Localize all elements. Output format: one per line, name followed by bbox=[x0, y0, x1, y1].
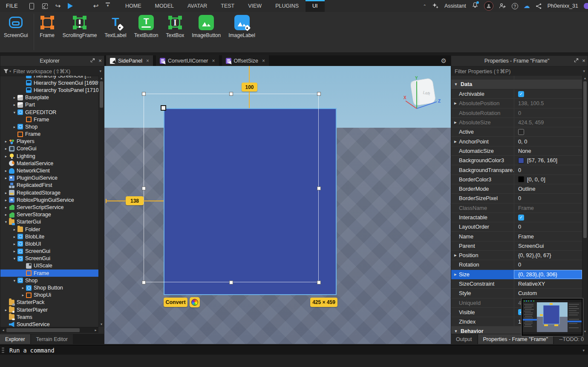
tree-item-screengui[interactable]: ▾ ScreenGui bbox=[0, 255, 98, 262]
tree-item-hierarchy-screengui[interactable]: Hierarchy ScreenGui [… bbox=[0, 76, 98, 79]
doc-tab-convertuicorner[interactable]: ConvertUICorner× bbox=[156, 55, 219, 66]
undock-panel-icon[interactable] bbox=[89, 56, 96, 66]
property-row-bordersizepixel[interactable]: BorderSizePixel 0 bbox=[451, 194, 582, 203]
checkbox-checked[interactable]: ✓ bbox=[518, 91, 524, 97]
menu-tab-test[interactable]: TEST bbox=[214, 0, 241, 12]
view-cube[interactable]: Left Y X Z bbox=[403, 75, 443, 115]
tree-item-materialservice[interactable]: MaterialService bbox=[0, 160, 98, 167]
collapse-ribbon-icon[interactable]: ⌃ bbox=[423, 4, 427, 9]
expand-arrow[interactable]: ▾ bbox=[12, 256, 17, 261]
doc-tab-sidepanel[interactable]: SidePanel× bbox=[106, 55, 153, 66]
tool-imagelabel[interactable]: ImageLabel bbox=[225, 12, 259, 38]
tree-item-hierarchy-toolspanel-17[interactable]: Hierarchy ToolsPanel [17100129 bbox=[0, 86, 98, 94]
expand-arrow[interactable]: ▸ bbox=[3, 169, 9, 173]
property-row-automaticsize[interactable]: AutomaticSize None bbox=[451, 146, 582, 156]
property-row-name[interactable]: Name Frame bbox=[451, 232, 582, 241]
tree-item-coregui[interactable]: ▸ CoreGui bbox=[0, 145, 98, 152]
expand-arrow[interactable]: ▶ bbox=[451, 120, 459, 124]
expand-arrow[interactable]: ▸ bbox=[3, 146, 9, 151]
property-row-absoluteposition[interactable]: ▶ AbsolutePosition 138, 100.5 bbox=[451, 99, 582, 108]
tool-textlabel[interactable]: TTextLabel bbox=[101, 12, 130, 38]
drag-grip-icon[interactable] bbox=[2, 347, 4, 354]
tool-screengui[interactable]: ScreenGui bbox=[0, 12, 32, 38]
expand-arrow[interactable]: ▾ bbox=[3, 220, 9, 224]
anchor-point-handle[interactable] bbox=[161, 105, 166, 111]
property-value[interactable]: ✓ bbox=[514, 213, 582, 222]
close-tab-icon[interactable]: × bbox=[212, 58, 215, 64]
tree-item-soundservice[interactable]: SoundService bbox=[0, 321, 98, 327]
tree-item-blobui[interactable]: ▸ BlobUI bbox=[0, 240, 98, 247]
dock-tab-explorer[interactable]: Explorer bbox=[0, 334, 30, 344]
properties-filter-placeholder[interactable]: Filter Properties (⇧⌘P) bbox=[451, 68, 580, 75]
menu-tab-plugins[interactable]: PLUGINS bbox=[268, 0, 306, 12]
tree-item-uiscale[interactable]: UIScale bbox=[0, 262, 98, 270]
property-value[interactable]: 138, 100.5 bbox=[514, 99, 582, 108]
property-value[interactable]: ScreenGui bbox=[514, 241, 582, 250]
undo-icon[interactable]: ↩ bbox=[92, 3, 99, 9]
resize-handle-top-left[interactable] bbox=[142, 92, 146, 96]
close-tab-icon[interactable]: × bbox=[262, 58, 265, 64]
tool-scrollingframe[interactable]: ScrollingFrame bbox=[59, 12, 101, 38]
property-row-interactable[interactable]: Interactable ✓ bbox=[451, 213, 582, 222]
property-row-anchorpoint[interactable]: ▶ AnchorPoint 0, 0 bbox=[451, 137, 582, 146]
property-row-backgroundcolor3[interactable]: BackgroundColor3 [57, 76, 160] bbox=[451, 156, 582, 165]
property-row-classname[interactable]: ClassName Frame bbox=[451, 204, 582, 213]
viewport-3d[interactable]: 100 138 Convert 425 × 459 Left Y X Z bbox=[104, 66, 451, 344]
tree-item-part[interactable]: ▸ Part bbox=[0, 101, 98, 109]
tree-item-folder[interactable]: ▸ Folder bbox=[0, 226, 98, 233]
property-value[interactable] bbox=[514, 127, 582, 136]
dock-tab-terrain-editor[interactable]: Terrain Editor bbox=[31, 334, 73, 344]
expand-arrow[interactable]: ▸ bbox=[3, 139, 9, 143]
tree-item-robloxpluginguiservice[interactable]: ▸ R RobloxPluginGuiService bbox=[0, 196, 98, 204]
property-row-parent[interactable]: Parent ScreenGui bbox=[451, 241, 582, 251]
explorer-filter[interactable]: ▾ Filter workspace (⇧⌘X) ▾ bbox=[0, 66, 104, 76]
play-icon[interactable] bbox=[68, 3, 73, 9]
new-file-icon[interactable] bbox=[28, 3, 35, 9]
expand-arrow[interactable]: ▸ bbox=[12, 227, 17, 232]
menu-tab-avatar[interactable]: AVATAR bbox=[181, 0, 214, 12]
property-value[interactable]: RelativeXY bbox=[514, 279, 582, 288]
convert-button[interactable]: Convert bbox=[164, 298, 187, 307]
expand-arrow[interactable]: ▸ bbox=[12, 95, 17, 100]
tool-textbox[interactable]: ITextBox bbox=[162, 12, 188, 38]
redo-icon[interactable]: ↪ bbox=[55, 3, 61, 9]
resize-handle-mid-right[interactable] bbox=[317, 186, 321, 190]
tree-item-shop[interactable]: ▸ Shop bbox=[0, 123, 98, 130]
resize-handle-top-center[interactable] bbox=[229, 92, 233, 96]
menu-tab-view[interactable]: VIEW bbox=[241, 0, 268, 12]
tree-item-networkclient[interactable]: ▸ NetworkClient bbox=[0, 167, 98, 174]
share-icon[interactable] bbox=[536, 3, 542, 9]
expand-arrow[interactable]: ▸ bbox=[3, 205, 9, 209]
tool-frame[interactable]: Frame bbox=[36, 12, 59, 38]
tree-item-teams[interactable]: Teams bbox=[0, 313, 98, 321]
property-value[interactable]: 0 bbox=[514, 165, 582, 174]
notifications-bell-icon[interactable] bbox=[472, 2, 478, 10]
property-row-archivable[interactable]: Archivable ✓ bbox=[451, 89, 582, 99]
file-menu[interactable]: FILE bbox=[6, 3, 18, 9]
filter-dropdown-icon[interactable]: ▾ bbox=[97, 69, 104, 73]
tree-item-players[interactable]: ▸ Players bbox=[0, 138, 98, 145]
expand-arrow[interactable]: ▸ bbox=[3, 154, 9, 158]
filter-dropdown-icon[interactable]: ▾ bbox=[580, 69, 588, 73]
command-input[interactable]: Run a command bbox=[9, 347, 55, 354]
checkbox-checked[interactable]: ✓ bbox=[518, 215, 524, 221]
resize-handle-bottom-right[interactable] bbox=[317, 281, 321, 284]
section-header-data[interactable]: ▼ Data bbox=[451, 80, 582, 89]
tree-item-frame[interactable]: Frame bbox=[0, 270, 98, 277]
expand-arrow[interactable]: ▸ bbox=[3, 191, 9, 195]
assistant-label[interactable]: Assistant bbox=[444, 3, 466, 9]
command-bar[interactable]: Run a command ▾ bbox=[0, 345, 588, 355]
property-value[interactable]: Frame bbox=[514, 232, 582, 241]
resize-handle-top-right[interactable] bbox=[317, 92, 321, 96]
command-history-dropdown-icon[interactable]: ▾ bbox=[582, 348, 585, 353]
color-swatch[interactable] bbox=[518, 176, 524, 182]
tree-item-serverstorage[interactable]: ▸ ServerStorage bbox=[0, 211, 98, 218]
expand-arrow[interactable]: ▸ bbox=[12, 235, 17, 239]
tree-item-startergui[interactable]: ▾ StarterGui bbox=[0, 218, 98, 226]
property-value[interactable]: {0, 92},{0, 67} bbox=[514, 251, 582, 260]
property-row-style[interactable]: Style Custom bbox=[451, 289, 582, 298]
menu-tab-model[interactable]: MODEL bbox=[148, 0, 181, 12]
tree-item-frame[interactable]: Frame bbox=[0, 116, 98, 123]
property-value[interactable]: None bbox=[514, 146, 582, 155]
undock-panel-icon[interactable] bbox=[572, 56, 580, 66]
